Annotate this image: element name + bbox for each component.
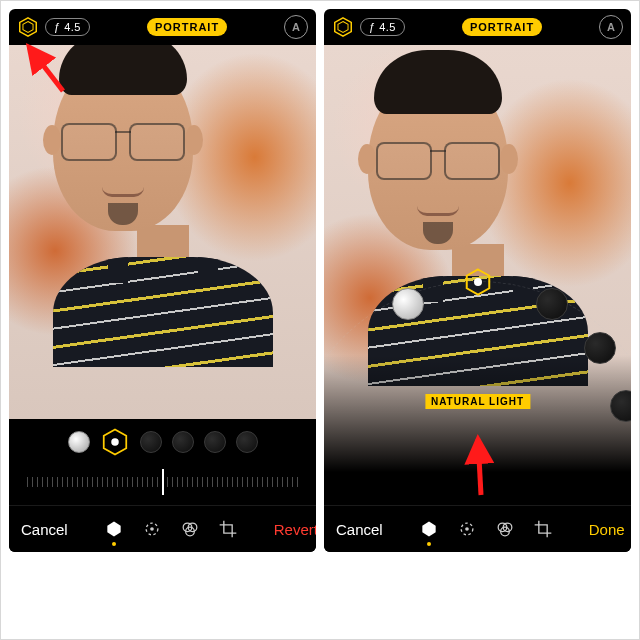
svg-line-15 [478,439,481,495]
lighting-option-icon[interactable] [584,332,616,364]
lighting-option-icon[interactable] [536,288,568,320]
adjust-tab-icon[interactable] [457,518,477,540]
svg-line-10 [29,47,63,91]
svg-point-14 [474,278,482,286]
svg-marker-1 [23,22,33,33]
aperture-badge[interactable]: ƒ 4.5 [360,18,405,36]
lighting-option-icon[interactable] [610,390,632,422]
phone-pair: ƒ 4.5 PORTRAIT A [9,9,631,552]
lighting-option-icon[interactable] [140,431,162,453]
markup-icon[interactable]: A [284,15,308,39]
filters-tab-icon[interactable] [495,518,515,540]
adjust-tab-icon[interactable] [142,518,162,540]
top-bar: ƒ 4.5 PORTRAIT A [324,9,631,45]
lighting-option-icon[interactable] [172,431,194,453]
lighting-option-icon[interactable] [236,431,258,453]
portrait-lighting-icon[interactable] [17,16,39,38]
portrait-tab-icon[interactable] [419,518,439,540]
svg-point-18 [465,527,469,531]
svg-point-6 [150,527,154,531]
crop-tab-icon[interactable] [218,518,238,540]
markup-icon[interactable]: A [599,15,623,39]
lighting-option-icon[interactable] [68,431,90,453]
slider-indicator[interactable] [162,469,164,495]
lighting-options-row[interactable] [9,419,316,465]
revert-button[interactable]: Revert [274,521,316,538]
active-tab-dot-icon [427,542,431,546]
svg-marker-11 [335,18,352,36]
aperture-badge[interactable]: ƒ 4.5 [45,18,90,36]
photo-subject [53,53,273,367]
lighting-option-icon[interactable] [392,288,424,320]
photo-preview[interactable]: NATURAL LIGHT [324,45,631,505]
svg-marker-16 [422,522,435,537]
lighting-option-selected-icon[interactable] [463,267,493,297]
phone-right: ƒ 4.5 PORTRAIT A NATURAL [324,9,631,552]
active-tab-dot-icon [112,542,116,546]
lighting-option-selected-icon[interactable] [100,427,130,457]
editor-panel: Cancel Revert [9,419,316,552]
portrait-mode-badge: PORTRAIT [147,18,227,36]
photo-preview[interactable] [9,45,316,419]
done-button[interactable]: Done [589,521,625,538]
editor-panel: Cancel Done [324,505,631,552]
intensity-slider[interactable] [27,465,298,499]
svg-marker-4 [107,522,120,537]
lighting-option-icon[interactable] [204,431,226,453]
svg-point-3 [111,438,119,446]
annotation-arrow-icon [448,429,508,499]
cancel-button[interactable]: Cancel [336,521,383,538]
crop-tab-icon[interactable] [533,518,553,540]
portrait-mode-badge: PORTRAIT [462,18,542,36]
bottom-toolbar: Cancel Revert [9,505,316,552]
annotation-arrow-icon [19,39,79,99]
screenshot-pair-container: ƒ 4.5 PORTRAIT A [0,0,640,640]
cancel-button[interactable]: Cancel [21,521,68,538]
svg-marker-12 [338,22,348,33]
portrait-lighting-icon[interactable] [332,16,354,38]
bottom-toolbar: Cancel Done [324,505,631,552]
filters-tab-icon[interactable] [180,518,200,540]
svg-marker-0 [20,18,37,36]
phone-left: ƒ 4.5 PORTRAIT A [9,9,316,552]
portrait-tab-icon[interactable] [104,518,124,540]
